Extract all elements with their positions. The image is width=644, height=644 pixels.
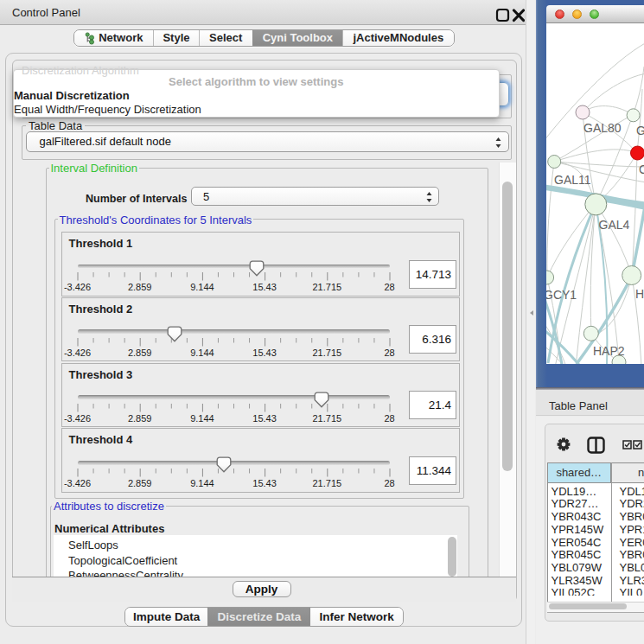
svg-text:CD: CD (639, 163, 644, 176)
svg-text:GAL80: GAL80 (583, 121, 622, 135)
svg-text:GAL11: GAL11 (554, 173, 591, 187)
svg-text:GA: GA (636, 124, 644, 137)
svg-text:HI: HI (635, 287, 644, 301)
svg-text:GAL4: GAL4 (599, 218, 630, 232)
svg-text:HAP2: HAP2 (593, 344, 625, 358)
svg-text:GCY1: GCY1 (546, 288, 577, 302)
